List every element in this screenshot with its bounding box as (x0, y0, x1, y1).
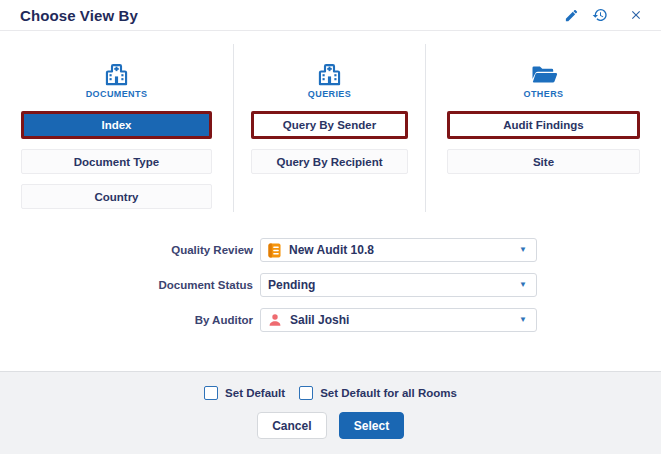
category-label-queries: QUERIES (308, 89, 351, 99)
view-button-site[interactable]: Site (447, 149, 640, 174)
queries-button-list: Query By Sender Query By Recipient (234, 111, 425, 174)
view-button-query-by-sender[interactable]: Query By Sender (251, 111, 408, 139)
chevron-down-icon: ▼ (519, 246, 527, 254)
set-default-all-rooms-checkbox[interactable]: Set Default for all Rooms (299, 386, 457, 400)
by-auditor-value: Salil Joshi (290, 313, 349, 327)
checkbox-icon[interactable] (299, 386, 313, 400)
by-auditor-dropdown[interactable]: Salil Joshi ▼ (260, 308, 537, 332)
by-auditor-label: By Auditor (0, 314, 253, 326)
filter-form: Quality Review New Audit 10.8 ▼ Document… (0, 238, 661, 332)
building-icon (103, 58, 130, 86)
document-status-dropdown[interactable]: Pending ▼ (260, 273, 537, 297)
person-icon (268, 313, 282, 327)
view-button-index[interactable]: Index (21, 111, 212, 139)
others-button-list: Audit Findings Site (426, 111, 661, 174)
column-queries: QUERIES Query By Sender Query By Recipie… (233, 44, 425, 212)
chevron-down-icon: ▼ (519, 316, 527, 324)
quality-review-dropdown[interactable]: New Audit 10.8 ▼ (260, 238, 537, 262)
dialog-header: Choose View By (0, 0, 661, 31)
history-icon[interactable] (592, 7, 608, 23)
folder-icon (530, 58, 558, 86)
choose-view-by-dialog: Choose View By (0, 0, 661, 454)
dialog-title: Choose View By (20, 7, 138, 24)
category-label-others: OTHERS (524, 89, 564, 99)
category-label-documents: DOCUMENTS (86, 89, 148, 99)
header-icons (564, 7, 643, 23)
column-others: OTHERS Audit Findings Site (425, 44, 661, 212)
select-button[interactable]: Select (339, 412, 404, 439)
form-row-by-auditor: By Auditor Salil Joshi ▼ (0, 308, 661, 332)
view-button-country[interactable]: Country (21, 184, 212, 209)
quality-review-value: New Audit 10.8 (289, 243, 374, 257)
category-columns: DOCUMENTS Index Document Type Country (0, 44, 661, 212)
form-row-quality-review: Quality Review New Audit 10.8 ▼ (0, 238, 661, 262)
cancel-button[interactable]: Cancel (257, 412, 327, 439)
edit-pencil-icon[interactable] (564, 8, 579, 23)
document-status-value: Pending (268, 278, 315, 292)
building-icon (316, 58, 343, 86)
chevron-down-icon: ▼ (519, 281, 527, 289)
footer-buttons: Cancel Select (0, 412, 661, 439)
view-button-query-by-recipient[interactable]: Query By Recipient (251, 149, 408, 174)
view-button-document-type[interactable]: Document Type (21, 149, 212, 174)
quality-review-label: Quality Review (0, 244, 253, 256)
column-documents: DOCUMENTS Index Document Type Country (0, 44, 233, 212)
form-row-document-status: Document Status Pending ▼ (0, 273, 661, 297)
close-icon[interactable] (629, 8, 643, 22)
set-default-all-rooms-label: Set Default for all Rooms (320, 387, 457, 399)
view-button-audit-findings[interactable]: Audit Findings (447, 111, 640, 139)
audit-document-icon (268, 243, 281, 258)
checkbox-row: Set Default Set Default for all Rooms (0, 386, 661, 400)
dialog-footer: Set Default Set Default for all Rooms Ca… (0, 371, 661, 454)
documents-button-list: Index Document Type Country (0, 111, 233, 209)
set-default-label: Set Default (225, 387, 285, 399)
set-default-checkbox[interactable]: Set Default (204, 386, 285, 400)
document-status-label: Document Status (0, 279, 253, 291)
checkbox-icon[interactable] (204, 386, 218, 400)
